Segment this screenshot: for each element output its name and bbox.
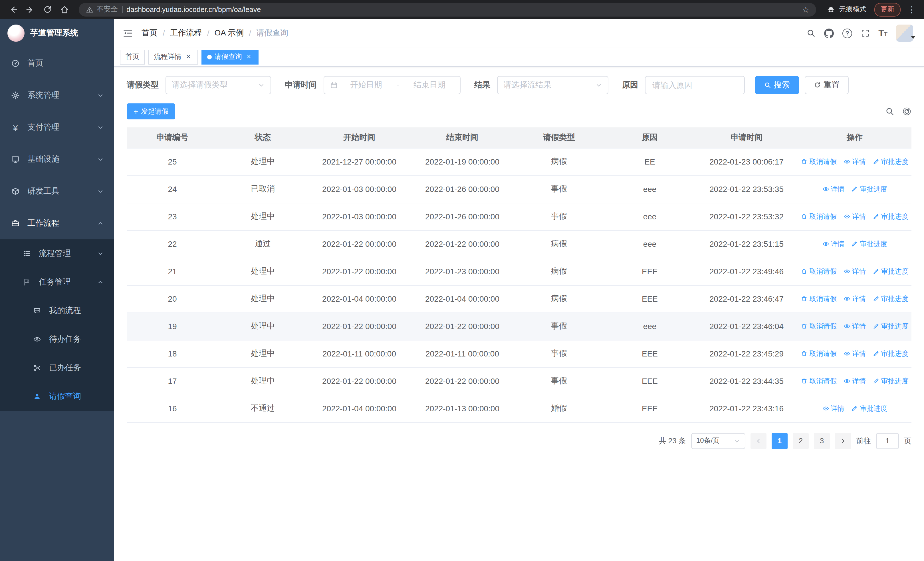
cancel-leave-link[interactable]: 取消请假 <box>801 212 837 222</box>
edit-icon <box>873 214 879 220</box>
table-row[interactable]: 19 处理中 2022-01-22 00:00:00 2022-01-22 00… <box>127 313 912 340</box>
table-row[interactable]: 20 处理中 2022-01-04 00:00:00 2022-01-04 00… <box>127 285 912 313</box>
approval-progress-link[interactable]: 审批进度 <box>873 267 909 277</box>
sidebar-item-system[interactable]: 系统管理 <box>0 80 114 111</box>
table-row[interactable]: 17 处理中 2022-01-22 00:00:00 2022-01-22 00… <box>127 367 912 395</box>
table-row[interactable]: 25 处理中 2021-12-27 00:00:00 2022-01-19 00… <box>127 148 912 175</box>
browser-update-button[interactable]: 更新 <box>874 3 901 16</box>
approval-progress-link[interactable]: 审批进度 <box>873 322 909 331</box>
next-page-button[interactable] <box>835 433 851 449</box>
detail-link[interactable]: 详情 <box>822 185 844 194</box>
sidebar-item-dev-tools[interactable]: 研发工具 <box>0 175 114 208</box>
approval-progress-link[interactable]: 审批进度 <box>873 212 909 222</box>
browser-back-button[interactable] <box>6 2 21 17</box>
reason-input[interactable] <box>645 76 745 94</box>
cancel-leave-link[interactable]: 取消请假 <box>801 349 837 359</box>
page-button-3[interactable]: 3 <box>814 433 830 449</box>
page-button-2[interactable]: 2 <box>793 433 809 449</box>
breadcrumb-item[interactable]: 首页 <box>141 28 158 38</box>
leave-type-select[interactable]: 请选择请假类型 <box>165 76 271 94</box>
close-icon[interactable]: × <box>245 53 253 61</box>
fullscreen-icon[interactable] <box>861 29 870 38</box>
sidebar-collapse-icon[interactable] <box>123 28 133 38</box>
page-button-1[interactable]: 1 <box>772 433 788 449</box>
detail-link[interactable]: 详情 <box>843 322 866 331</box>
date-range-picker[interactable]: 开始日期 - 结束日期 <box>324 76 460 94</box>
cancel-leave-link[interactable]: 取消请假 <box>801 376 837 386</box>
eye-icon <box>822 241 829 248</box>
sidebar-item-infrastructure[interactable]: 基础设施 <box>0 143 114 175</box>
tab-process-detail[interactable]: 流程详情 × <box>148 50 198 64</box>
sidebar-item-workflow[interactable]: 工作流程 <box>0 208 114 239</box>
create-leave-button[interactable]: + 发起请假 <box>127 104 175 119</box>
approval-progress-link[interactable]: 审批进度 <box>873 349 909 359</box>
approval-progress-link[interactable]: 审批进度 <box>851 404 887 414</box>
address-bar[interactable]: 不安全 dashboard.yudao.iocoder.cn/bpm/oa/le… <box>79 3 816 16</box>
cancel-leave-link[interactable]: 取消请假 <box>801 267 837 277</box>
cancel-leave-link[interactable]: 取消请假 <box>801 294 837 304</box>
result-select[interactable]: 请选择流结果 <box>497 76 608 94</box>
hide-search-icon[interactable] <box>885 107 894 116</box>
sidebar-item-home[interactable]: 首页 <box>0 47 114 80</box>
detail-link[interactable]: 详情 <box>843 157 866 167</box>
trash-icon <box>801 214 808 220</box>
table-row[interactable]: 23 处理中 2022-01-03 00:00:00 2022-01-26 00… <box>127 203 912 230</box>
sidebar-item-leave-query[interactable]: 请假查询 <box>0 382 114 411</box>
browser-forward-button[interactable] <box>23 2 38 17</box>
cancel-leave-link[interactable]: 取消请假 <box>801 157 837 167</box>
detail-link[interactable]: 详情 <box>843 376 866 386</box>
sidebar-item-done-tasks[interactable]: 已办任务 <box>0 353 114 382</box>
goto-page-input[interactable] <box>876 433 899 449</box>
table-row[interactable]: 24 已取消 2022-01-03 00:00:00 2022-01-26 00… <box>127 175 912 203</box>
approval-progress-link[interactable]: 审批进度 <box>873 157 909 167</box>
github-icon[interactable] <box>824 28 834 38</box>
address-divider <box>122 6 122 13</box>
refresh-table-icon[interactable] <box>902 107 912 116</box>
detail-link[interactable]: 详情 <box>843 294 866 304</box>
page-size-select[interactable]: 10条/页 <box>691 433 746 449</box>
detail-link[interactable]: 详情 <box>822 239 844 249</box>
table-row[interactable]: 18 处理中 2022-01-11 00:00:00 2022-01-11 00… <box>127 340 912 367</box>
sidebar-item-payment[interactable]: ¥ 支付管理 <box>0 111 114 143</box>
table-row[interactable]: 22 通过 2022-01-22 00:00:00 2022-01-22 00:… <box>127 230 912 258</box>
approval-progress-link[interactable]: 审批进度 <box>851 185 887 194</box>
app-logo[interactable]: 芋道管理系统 <box>0 19 114 47</box>
approval-progress-link[interactable]: 审批进度 <box>873 294 909 304</box>
cell-leave-type: 婚假 <box>514 395 604 422</box>
help-icon[interactable]: ? <box>842 28 852 38</box>
sidebar-item-process-management[interactable]: 流程管理 <box>0 239 114 268</box>
trash-icon <box>801 323 808 330</box>
font-size-icon[interactable]: TT <box>878 29 888 38</box>
detail-link[interactable]: 详情 <box>843 212 866 222</box>
bookmark-star-icon[interactable]: ☆ <box>802 5 809 14</box>
cell-reason: EE <box>604 148 695 175</box>
incognito-icon <box>826 5 836 14</box>
breadcrumb-item[interactable]: OA 示例 <box>214 28 244 38</box>
tab-home[interactable]: 首页 <box>120 50 145 64</box>
tab-leave-query[interactable]: 请假查询 × <box>201 50 258 64</box>
close-icon[interactable]: × <box>184 53 192 61</box>
cancel-leave-link[interactable]: 取消请假 <box>801 322 837 331</box>
sidebar-item-task-management[interactable]: 任务管理 <box>0 268 114 296</box>
detail-link[interactable]: 详情 <box>822 404 844 414</box>
browser-menu-icon[interactable]: ⋮ <box>905 4 918 15</box>
user-avatar[interactable] <box>896 24 915 42</box>
prev-page-button[interactable] <box>750 433 766 449</box>
browser-reload-button[interactable] <box>40 2 55 17</box>
detail-link[interactable]: 详情 <box>843 267 866 277</box>
security-indicator[interactable]: 不安全 <box>86 5 118 14</box>
search-button[interactable]: 搜索 <box>755 76 799 94</box>
reset-button[interactable]: 重置 <box>805 76 849 94</box>
search-icon[interactable] <box>806 29 816 38</box>
cell-apply-id: 18 <box>127 340 218 367</box>
detail-link[interactable]: 详情 <box>843 349 866 359</box>
approval-progress-link[interactable]: 审批进度 <box>851 239 887 249</box>
column-header: 结束时间 <box>411 127 514 148</box>
sidebar-item-my-processes[interactable]: 我的流程 <box>0 296 114 325</box>
sidebar-item-todo-tasks[interactable]: 待办任务 <box>0 325 114 353</box>
breadcrumb-item[interactable]: 工作流程 <box>170 28 202 38</box>
browser-home-button[interactable] <box>57 2 72 17</box>
table-row[interactable]: 16 不通过 2022-01-04 00:00:00 2022-01-13 00… <box>127 395 912 422</box>
approval-progress-link[interactable]: 审批进度 <box>873 376 909 386</box>
table-row[interactable]: 21 处理中 2022-01-22 00:00:00 2022-01-23 00… <box>127 258 912 285</box>
